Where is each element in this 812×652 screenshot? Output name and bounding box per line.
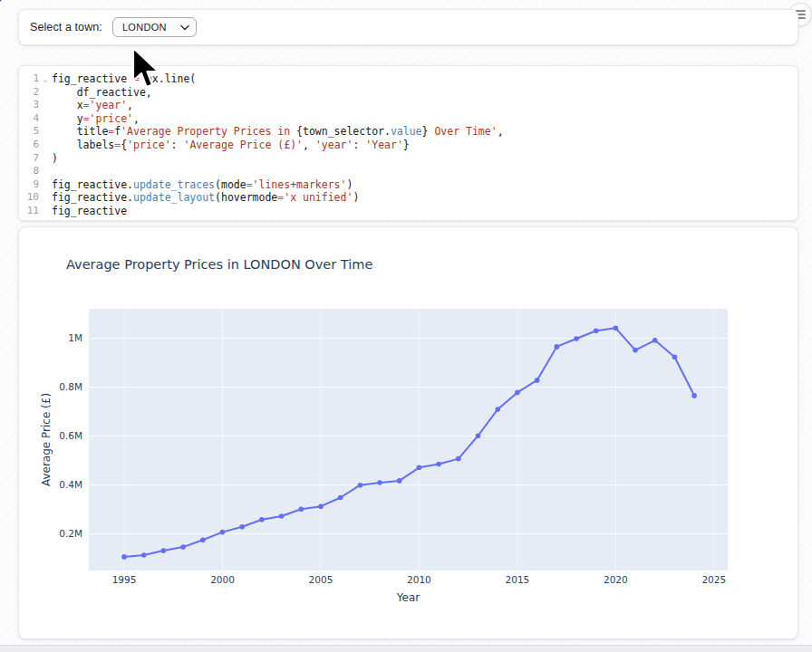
data-point-marker <box>180 544 186 550</box>
data-point-marker <box>121 554 127 560</box>
data-point-marker <box>161 548 167 553</box>
data-point-marker <box>633 348 638 353</box>
y-tick-label: 0.2M <box>59 528 82 539</box>
code-line: 9fig_reactive.update_traces(mode='lines+… <box>19 178 798 192</box>
data-point-marker <box>574 336 579 341</box>
data-point-marker <box>555 344 560 350</box>
y-tick-label: 1M <box>68 332 82 343</box>
town-select-label: Select a town: <box>30 21 102 34</box>
town-select[interactable]: LONDON <box>112 17 197 37</box>
data-point-marker <box>594 329 599 334</box>
data-point-marker <box>476 433 481 438</box>
fold-spacer <box>39 112 52 126</box>
line-number: 11 <box>19 205 39 218</box>
data-point-marker <box>535 378 540 383</box>
y-tick-label: 0.8M <box>59 381 82 392</box>
data-point-marker <box>358 483 363 488</box>
line-number: 9 <box>19 178 39 192</box>
x-tick-label: 1995 <box>112 574 137 585</box>
chevron-down-icon <box>180 24 189 31</box>
y-axis-title: Average Price (£) <box>40 393 53 486</box>
fold-spacer <box>39 99 52 112</box>
x-tick-label: 2005 <box>309 574 334 585</box>
code-editor[interactable]: 1⌄fig_reactive = px.line(2 df_reactive,3… <box>19 72 798 218</box>
code-line: 10fig_reactive.update_layout(hovermode='… <box>19 191 798 205</box>
data-point-marker <box>436 462 441 467</box>
line-number: 6 <box>19 139 39 152</box>
x-tick-label: 2025 <box>701 574 726 585</box>
x-tick-label: 2000 <box>210 574 235 585</box>
chart-title: Average Property Prices in LONDON Over T… <box>66 257 372 272</box>
plot-area[interactable] <box>89 309 728 570</box>
data-point-marker <box>338 495 343 501</box>
y-tick-label: 0.4M <box>59 479 82 490</box>
line-number: 5 <box>19 125 39 139</box>
code-lines: 1⌄fig_reactive = px.line(2 df_reactive,3… <box>19 72 798 218</box>
data-point-marker <box>515 390 520 396</box>
fold-spacer <box>39 139 52 152</box>
horizontal-scrollbar[interactable] <box>0 645 812 652</box>
fold-spacer <box>39 205 52 218</box>
data-point-marker <box>200 537 206 542</box>
price-chart[interactable]: 19952000200520102015202020250.2M0.4M0.6M… <box>37 300 762 617</box>
x-tick-label: 2020 <box>604 574 628 585</box>
code-cell: 1⌄fig_reactive = px.line(2 df_reactive,3… <box>18 65 798 221</box>
data-point-marker <box>652 338 658 343</box>
data-point-marker <box>672 354 678 360</box>
data-point-marker <box>141 552 147 558</box>
data-point-marker <box>239 524 245 530</box>
data-point-marker <box>456 456 461 462</box>
town-selector-panel: Select a town: LONDON <box>18 9 798 45</box>
output-cell: Average Property Prices in LONDON Over T… <box>18 226 798 639</box>
data-point-marker <box>299 506 304 512</box>
line-number: 4 <box>19 112 39 126</box>
data-point-marker <box>220 530 226 535</box>
data-point-marker <box>318 503 324 509</box>
code-line: 2 df_reactive, <box>19 86 798 100</box>
data-point-marker <box>259 517 265 523</box>
data-point-marker <box>691 393 697 398</box>
code-line: 3 x='year', <box>19 99 798 112</box>
x-tick-label: 2010 <box>407 574 431 585</box>
x-tick-label: 2015 <box>506 574 530 585</box>
line-number: 3 <box>19 99 39 112</box>
code-line: 1⌄fig_reactive = px.line( <box>19 72 798 86</box>
fold-spacer <box>39 165 52 178</box>
town-select-value: LONDON <box>122 22 180 33</box>
code-line: 6 labels={'price': 'Average Price (£)', … <box>19 139 798 152</box>
fold-spacer <box>39 152 52 166</box>
fold-spacer <box>39 86 52 100</box>
code-line: 4 y='price', <box>19 112 798 126</box>
data-point-marker <box>614 326 619 331</box>
data-point-marker <box>495 407 500 412</box>
window-corner-accent-top-left <box>0 0 15 11</box>
fold-spacer <box>39 191 52 205</box>
line-number: 10 <box>19 191 39 205</box>
code-line: 7) <box>19 152 798 166</box>
data-point-marker <box>417 465 422 471</box>
x-axis-title: Year <box>396 591 420 604</box>
data-point-marker <box>397 478 402 484</box>
fold-chevron-icon[interactable]: ⌄ <box>39 72 52 86</box>
code-line: 8 <box>19 165 798 178</box>
line-number: 1 <box>19 72 39 86</box>
fold-spacer <box>39 125 52 139</box>
data-point-marker <box>279 513 285 519</box>
data-point-marker <box>377 480 382 485</box>
code-line: 11fig_reactive <box>19 205 798 218</box>
line-number: 8 <box>19 165 39 178</box>
y-tick-label: 0.6M <box>59 430 82 441</box>
line-number: 2 <box>19 86 39 100</box>
fold-spacer <box>39 178 52 192</box>
code-line: 5 title=f'Average Property Prices in {to… <box>19 125 798 139</box>
line-number: 7 <box>19 152 39 166</box>
